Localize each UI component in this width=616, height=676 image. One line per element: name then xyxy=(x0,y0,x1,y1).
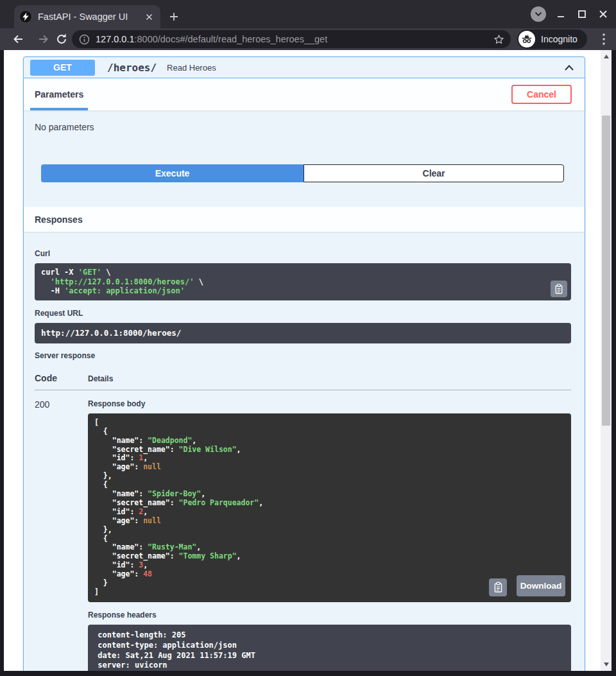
parameters-header: Parameters Cancel xyxy=(24,78,585,110)
request-url-label: Request URL xyxy=(35,309,571,318)
download-button[interactable]: Download xyxy=(517,575,565,596)
page-content: GET /heroes/ Read Heroes Parameters Canc… xyxy=(4,50,601,671)
window-controls xyxy=(531,5,610,23)
details-column-header: Details xyxy=(88,374,571,383)
response-body-label: Response body xyxy=(88,399,571,408)
new-tab-button[interactable] xyxy=(166,8,182,25)
url-text: 127.0.0.1:8000/docs#/default/read_heroes… xyxy=(96,34,488,44)
response-body-actions: Download xyxy=(489,575,565,596)
forward-button[interactable] xyxy=(35,30,53,48)
response-table-header: Code Details xyxy=(35,369,571,390)
tab-strip: FastAPI - Swagger UI xyxy=(0,0,616,28)
page-info-icon[interactable] xyxy=(79,34,90,45)
fastapi-favicon-icon xyxy=(19,10,32,23)
execute-button[interactable]: Execute xyxy=(41,164,304,182)
incognito-badge: Incognito xyxy=(517,30,587,49)
response-headers-label: Response headers xyxy=(88,611,571,620)
response-row: 200 Response body [ { "name": "Deadpond"… xyxy=(35,399,571,671)
browser-tab[interactable]: FastAPI - Swagger UI xyxy=(14,5,160,28)
collapse-arrow-icon[interactable] xyxy=(562,61,578,74)
browser-window: FastAPI - Swagger UI xyxy=(0,0,616,676)
operation-path: /heroes/ xyxy=(107,62,157,74)
browser-toolbar: 127.0.0.1:8000/docs#/default/read_heroes… xyxy=(0,28,616,50)
copy-response-button[interactable] xyxy=(489,578,507,596)
parameters-title: Parameters xyxy=(35,89,83,100)
incognito-label: Incognito xyxy=(541,34,578,44)
clear-button[interactable]: Clear xyxy=(304,164,564,182)
method-badge: GET xyxy=(30,60,95,76)
cancel-button[interactable]: Cancel xyxy=(511,85,572,104)
request-url-block: http://127.0.0.1:8000/heroes/ xyxy=(35,323,571,343)
bookmark-star-icon[interactable] xyxy=(493,34,504,45)
url-path: :8000/docs#/default/read_heroes_heroes__… xyxy=(134,34,327,44)
copy-curl-button[interactable] xyxy=(551,281,567,297)
back-button[interactable] xyxy=(9,30,27,48)
address-bar[interactable]: 127.0.0.1:8000/docs#/default/read_heroes… xyxy=(72,30,511,48)
curl-command-text: curl -X 'GET' \ 'http://127.0.0.1:8000/h… xyxy=(35,263,571,300)
vertical-scrollbar[interactable] xyxy=(601,50,612,671)
opblock-header[interactable]: GET /heroes/ Read Heroes xyxy=(24,57,585,78)
scroll-up-arrow[interactable] xyxy=(601,51,612,62)
status-code: 200 xyxy=(35,399,88,671)
response-body-block: [ { "name": "Deadpond", "secret_name": "… xyxy=(88,413,571,602)
curl-command-block: curl -X 'GET' \ 'http://127.0.0.1:8000/h… xyxy=(35,263,571,300)
opblock-get-heroes: GET /heroes/ Read Heroes Parameters Canc… xyxy=(23,56,585,671)
reload-button[interactable] xyxy=(53,30,71,48)
close-button[interactable] xyxy=(597,8,610,21)
code-column-header: Code xyxy=(35,373,88,383)
scrollbar-thumb[interactable] xyxy=(602,116,610,426)
response-headers-text: content-length: 205 content-type: applic… xyxy=(88,625,571,671)
response-headers-block: content-length: 205 content-type: applic… xyxy=(88,625,571,671)
incognito-icon xyxy=(518,31,535,48)
minimize-button[interactable] xyxy=(554,8,567,21)
parameters-body: No parameters xyxy=(24,110,585,132)
tab-title: FastAPI - Swagger UI xyxy=(38,12,137,22)
url-host: 127.0.0.1 xyxy=(96,34,134,44)
responses-body: Curl curl -X 'GET' \ 'http://127.0.0.1:8… xyxy=(24,249,585,671)
server-response-label: Server response xyxy=(35,351,571,360)
browser-menu-button[interactable] xyxy=(597,31,611,47)
responses-header: Responses xyxy=(24,207,585,232)
execute-row: Execute Clear xyxy=(41,164,564,182)
responses-title: Responses xyxy=(35,214,83,225)
response-body-json: [ { "name": "Deadpond", "secret_name": "… xyxy=(88,413,571,602)
maximize-button[interactable] xyxy=(576,8,588,21)
scroll-down-arrow[interactable] xyxy=(601,659,612,670)
tab-search-button[interactable] xyxy=(531,6,546,22)
request-url-text: http://127.0.0.1:8000/heroes/ xyxy=(35,323,571,343)
tab-close-icon[interactable] xyxy=(142,10,155,23)
curl-label: Curl xyxy=(35,249,571,258)
operation-summary: Read Heroes xyxy=(167,63,216,73)
tab-parameters: Parameters xyxy=(35,78,83,110)
no-parameters-text: No parameters xyxy=(35,122,574,132)
